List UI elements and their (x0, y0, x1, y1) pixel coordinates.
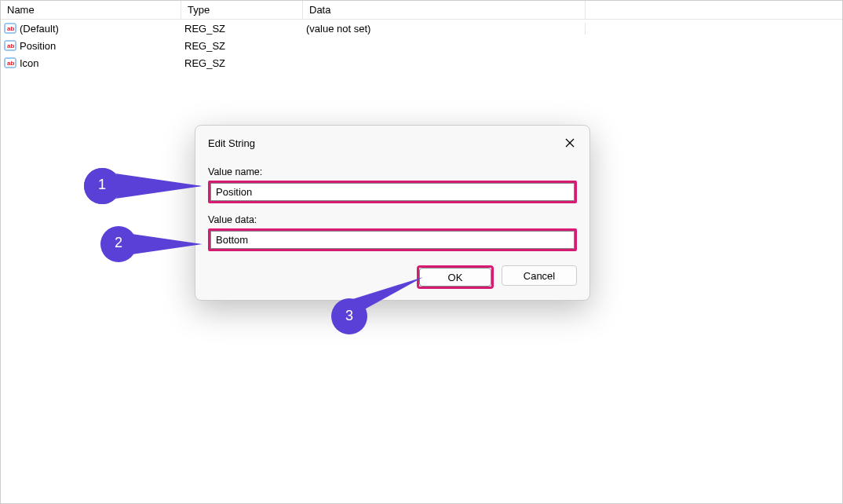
row-data: (value not set) (306, 23, 370, 35)
ok-button-highlight: OK (417, 265, 494, 289)
column-headers: Name Type Data (1, 1, 842, 20)
dialog-titlebar[interactable]: Edit String (195, 126, 589, 159)
row-name: Icon (20, 57, 39, 69)
edit-string-dialog: Edit String Value name: Value data: OK C… (195, 125, 590, 301)
row-type: REG_SZ (184, 57, 225, 69)
row-type: REG_SZ (184, 40, 225, 52)
callout-number: 3 (334, 308, 365, 324)
svg-text:ab: ab (7, 60, 14, 67)
table-row[interactable]: ab Position REG_SZ (1, 37, 842, 54)
row-name: Position (20, 40, 56, 52)
reg-string-icon: ab (4, 57, 16, 69)
callout-number: 1 (86, 177, 118, 193)
callout-number: 2 (103, 235, 134, 251)
value-data-highlight (208, 228, 577, 251)
table-row[interactable]: ab Icon REG_SZ (1, 54, 842, 71)
table-row[interactable]: ab (Default) REG_SZ (value not set) (1, 20, 842, 37)
callout-1: 1 (84, 168, 202, 204)
close-icon[interactable] (558, 133, 582, 152)
svg-text:ab: ab (7, 25, 14, 32)
value-name-label: Value name: (208, 166, 577, 177)
row-type: REG_SZ (184, 23, 225, 35)
value-data-input[interactable] (210, 231, 575, 249)
row-name: (Default) (20, 23, 59, 35)
svg-point-11 (331, 298, 367, 334)
ok-button[interactable]: OK (419, 268, 491, 287)
svg-point-10 (100, 226, 137, 262)
reg-string-icon: ab (4, 39, 16, 52)
cancel-button[interactable]: Cancel (502, 265, 577, 286)
column-header-name[interactable]: Name (1, 1, 181, 19)
value-name-input[interactable] (210, 183, 575, 201)
registry-listview: Name Type Data ab (Default) REG_SZ (valu… (1, 1, 842, 71)
column-header-type[interactable]: Type (181, 1, 303, 19)
dialog-title: Edit String (208, 137, 255, 149)
value-name-highlight (208, 181, 577, 203)
reg-string-icon: ab (4, 22, 16, 35)
svg-point-9 (84, 168, 120, 204)
svg-text:ab: ab (7, 42, 14, 49)
column-header-data[interactable]: Data (303, 1, 586, 19)
callout-2: 2 (100, 226, 203, 262)
value-data-label: Value data: (208, 214, 577, 225)
